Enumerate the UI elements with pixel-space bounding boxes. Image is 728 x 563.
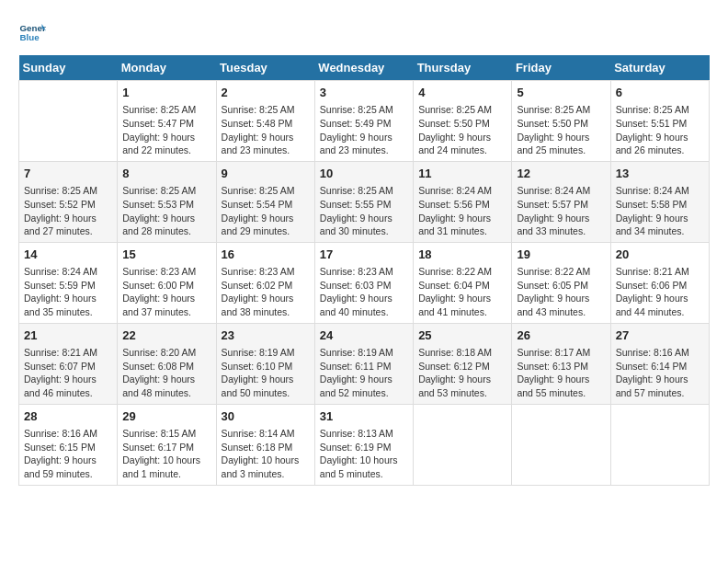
calendar-cell: 9Sunrise: 8:25 AMSunset: 5:54 PMDaylight… bbox=[216, 161, 314, 242]
cell-info-line: Daylight: 9 hours bbox=[222, 131, 310, 144]
day-number: 17 bbox=[320, 247, 408, 263]
cell-info-line: and 59 minutes. bbox=[24, 467, 112, 481]
cell-info-line: and 24 minutes. bbox=[418, 144, 506, 157]
day-number: 1 bbox=[122, 85, 210, 101]
calendar-cell: 6Sunrise: 8:25 AMSunset: 5:51 PMDaylight… bbox=[610, 81, 709, 162]
day-number: 8 bbox=[122, 166, 210, 182]
calendar-cell: 19Sunrise: 8:22 AMSunset: 6:05 PMDayligh… bbox=[512, 242, 610, 323]
cell-info-line: Daylight: 9 hours bbox=[418, 292, 506, 305]
calendar-cell: 11Sunrise: 8:24 AMSunset: 5:56 PMDayligh… bbox=[414, 161, 512, 242]
cell-info-line: Daylight: 9 hours bbox=[320, 212, 408, 225]
calendar-cell: 20Sunrise: 8:21 AMSunset: 6:06 PMDayligh… bbox=[610, 242, 709, 323]
cell-info-line: Daylight: 9 hours bbox=[517, 373, 605, 386]
logo: General Blue bbox=[18, 18, 46, 46]
cell-info-line: Sunset: 5:49 PM bbox=[320, 117, 408, 131]
day-number: 5 bbox=[517, 85, 605, 101]
cell-info-line: Sunset: 6:03 PM bbox=[320, 279, 408, 293]
cell-info-line: Daylight: 9 hours bbox=[418, 212, 506, 225]
calendar-week-4: 21Sunrise: 8:21 AMSunset: 6:07 PMDayligh… bbox=[19, 323, 710, 404]
cell-info-line: Sunset: 5:50 PM bbox=[418, 117, 506, 131]
cell-info-line: and 30 minutes. bbox=[320, 224, 408, 238]
cell-info-line: Sunrise: 8:25 AM bbox=[122, 184, 210, 198]
day-number: 19 bbox=[517, 247, 605, 263]
cell-info-line: and 40 minutes. bbox=[320, 305, 408, 319]
calendar-cell: 3Sunrise: 8:25 AMSunset: 5:49 PMDaylight… bbox=[314, 81, 413, 162]
day-number: 31 bbox=[320, 408, 408, 425]
cell-info-line: and 44 minutes. bbox=[616, 305, 704, 319]
calendar-week-2: 7Sunrise: 8:25 AMSunset: 5:52 PMDaylight… bbox=[19, 161, 710, 242]
cell-info-line: Sunrise: 8:16 AM bbox=[616, 346, 704, 360]
calendar-cell: 25Sunrise: 8:18 AMSunset: 6:12 PMDayligh… bbox=[414, 323, 512, 404]
cell-info-line: and 35 minutes. bbox=[24, 305, 112, 319]
calendar-cell bbox=[610, 404, 709, 485]
cell-info-line: and 57 minutes. bbox=[616, 386, 704, 400]
cell-info-line: and 26 minutes. bbox=[616, 144, 704, 157]
cell-info-line: Sunrise: 8:25 AM bbox=[418, 103, 506, 117]
cell-info-line: Daylight: 10 hours bbox=[320, 454, 408, 467]
cell-info-line: Sunrise: 8:19 AM bbox=[222, 346, 310, 360]
cell-info-line: Sunset: 5:53 PM bbox=[122, 198, 210, 212]
calendar-week-3: 14Sunrise: 8:24 AMSunset: 5:59 PMDayligh… bbox=[19, 242, 710, 323]
cell-info-line: Sunrise: 8:21 AM bbox=[24, 346, 112, 360]
cell-info-line: Daylight: 9 hours bbox=[24, 373, 112, 386]
calendar-cell: 28Sunrise: 8:16 AMSunset: 6:15 PMDayligh… bbox=[19, 404, 118, 485]
cell-info-line: Sunset: 6:07 PM bbox=[24, 360, 112, 373]
cell-info-line: Sunrise: 8:22 AM bbox=[418, 265, 506, 279]
cell-info-line: Sunrise: 8:25 AM bbox=[222, 184, 310, 198]
cell-info-line: Daylight: 10 hours bbox=[222, 454, 310, 467]
svg-text:Blue: Blue bbox=[20, 32, 40, 42]
cell-info-line: Daylight: 9 hours bbox=[616, 373, 704, 386]
cell-info-line: and 37 minutes. bbox=[122, 305, 210, 319]
calendar-cell: 4Sunrise: 8:25 AMSunset: 5:50 PMDaylight… bbox=[414, 81, 512, 162]
cell-info-line: Sunset: 6:05 PM bbox=[517, 279, 605, 293]
calendar-cell: 16Sunrise: 8:23 AMSunset: 6:02 PMDayligh… bbox=[216, 242, 314, 323]
cell-info-line: Sunrise: 8:23 AM bbox=[122, 265, 210, 279]
calendar-cell: 27Sunrise: 8:16 AMSunset: 6:14 PMDayligh… bbox=[610, 323, 709, 404]
cell-info-line: Sunrise: 8:25 AM bbox=[320, 184, 408, 198]
cell-info-line: Sunrise: 8:20 AM bbox=[122, 346, 210, 360]
day-number: 3 bbox=[320, 85, 408, 101]
cell-info-line: and 28 minutes. bbox=[122, 224, 210, 238]
cell-info-line: Daylight: 9 hours bbox=[616, 212, 704, 225]
cell-info-line: Sunset: 5:58 PM bbox=[616, 198, 704, 212]
calendar-cell: 8Sunrise: 8:25 AMSunset: 5:53 PMDaylight… bbox=[118, 161, 216, 242]
day-number: 29 bbox=[122, 408, 210, 425]
cell-info-line: Sunrise: 8:24 AM bbox=[616, 184, 704, 198]
cell-info-line: Sunset: 5:55 PM bbox=[320, 198, 408, 212]
calendar-cell: 12Sunrise: 8:24 AMSunset: 5:57 PMDayligh… bbox=[512, 161, 610, 242]
cell-info-line: Sunset: 6:13 PM bbox=[517, 360, 605, 373]
cell-info-line: and 38 minutes. bbox=[222, 305, 310, 319]
cell-info-line: Sunrise: 8:24 AM bbox=[24, 265, 112, 279]
cell-info-line: and 1 minute. bbox=[122, 467, 210, 481]
cell-info-line: and 48 minutes. bbox=[122, 386, 210, 400]
cell-info-line: Sunrise: 8:24 AM bbox=[517, 184, 605, 198]
cell-info-line: Sunrise: 8:23 AM bbox=[222, 265, 310, 279]
cell-info-line: Sunrise: 8:25 AM bbox=[616, 103, 704, 117]
cell-info-line: Sunrise: 8:23 AM bbox=[320, 265, 408, 279]
cell-info-line: Sunset: 5:57 PM bbox=[517, 198, 605, 212]
calendar-cell: 30Sunrise: 8:14 AMSunset: 6:18 PMDayligh… bbox=[216, 404, 314, 485]
calendar-cell: 22Sunrise: 8:20 AMSunset: 6:08 PMDayligh… bbox=[118, 323, 216, 404]
cell-info-line: Sunset: 6:18 PM bbox=[222, 441, 310, 454]
day-number: 28 bbox=[24, 408, 112, 425]
cell-info-line: Daylight: 9 hours bbox=[517, 131, 605, 144]
cell-info-line: Sunset: 6:17 PM bbox=[122, 441, 210, 454]
calendar-cell bbox=[414, 404, 512, 485]
cell-info-line: and 25 minutes. bbox=[517, 144, 605, 157]
calendar-cell: 29Sunrise: 8:15 AMSunset: 6:17 PMDayligh… bbox=[118, 404, 216, 485]
cell-info-line: and 46 minutes. bbox=[24, 386, 112, 400]
calendar-table: SundayMondayTuesdayWednesdayThursdayFrid… bbox=[18, 55, 710, 486]
cell-info-line: Sunset: 5:48 PM bbox=[222, 117, 310, 131]
cell-info-line: and 29 minutes. bbox=[222, 224, 310, 238]
cell-info-line: Sunrise: 8:15 AM bbox=[122, 427, 210, 441]
cell-info-line: Daylight: 10 hours bbox=[122, 454, 210, 467]
day-number: 13 bbox=[616, 166, 704, 182]
calendar-cell: 18Sunrise: 8:22 AMSunset: 6:04 PMDayligh… bbox=[414, 242, 512, 323]
cell-info-line: and 52 minutes. bbox=[320, 386, 408, 400]
calendar-cell: 24Sunrise: 8:19 AMSunset: 6:11 PMDayligh… bbox=[314, 323, 413, 404]
day-number: 22 bbox=[122, 327, 210, 344]
cell-info-line: Sunrise: 8:13 AM bbox=[320, 427, 408, 441]
cell-info-line: Sunset: 5:52 PM bbox=[24, 198, 112, 212]
calendar-cell: 1Sunrise: 8:25 AMSunset: 5:47 PMDaylight… bbox=[118, 81, 216, 162]
cell-info-line: Daylight: 9 hours bbox=[320, 373, 408, 386]
